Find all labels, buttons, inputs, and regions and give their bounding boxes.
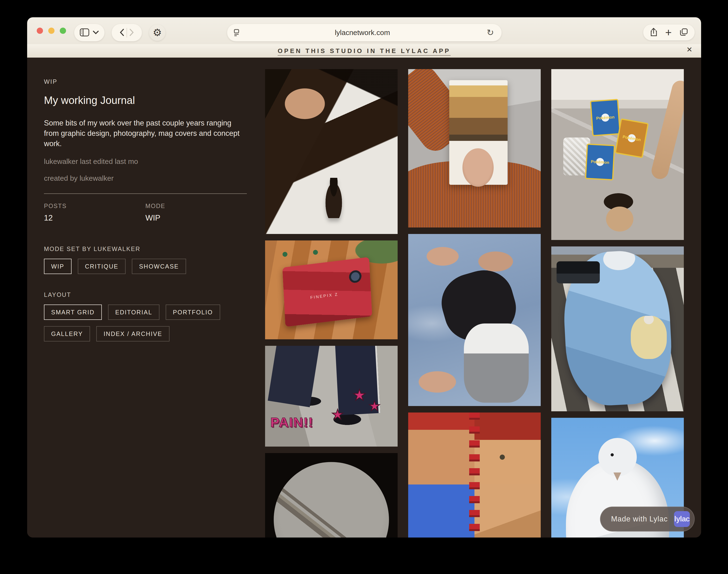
grid-column-3: Pokémon Pokémon Pokémon: [551, 69, 684, 537]
decor-beak: [613, 473, 621, 481]
post-tile-blue-monster[interactable]: [551, 246, 684, 411]
layout-option-gallery[interactable]: GALLERY: [44, 326, 90, 341]
sidebar-toggle-button[interactable]: [80, 28, 89, 37]
chevron-right-icon: [129, 29, 134, 37]
pokemon-card: Pokémon: [615, 118, 649, 158]
sidebar-chevron-button[interactable]: [93, 31, 99, 35]
mode-option-critique[interactable]: CRITIQUE: [78, 259, 125, 274]
made-with-label: Made with Lylac: [611, 515, 668, 523]
open-in-app-link[interactable]: OPEN THIS STUDIO IN THE LYLAC APP: [277, 47, 451, 55]
posts-value: 12: [44, 213, 146, 222]
stacked-squares-icon: [680, 28, 688, 37]
post-tile-miniature-self[interactable]: [265, 69, 397, 234]
grid-column-2: [408, 69, 541, 537]
app-banner: OPEN THIS STUDIO IN THE LYLAC APP ✕: [27, 44, 701, 57]
last-edited-text: lukewalker last edited last mo: [44, 157, 255, 166]
banner-close-button[interactable]: ✕: [685, 45, 694, 54]
post-tile-flipbook-collage[interactable]: [408, 412, 541, 537]
layout-option-editorial[interactable]: EDITORIAL: [108, 304, 159, 320]
mode-stat: MODE WIP: [146, 203, 247, 222]
divider: [44, 194, 247, 194]
star-icon: ★: [331, 406, 344, 422]
traffic-lights: [37, 28, 66, 34]
decor-mini-figure: [323, 178, 344, 218]
decor-quadrant: [408, 412, 474, 485]
minimize-window-button[interactable]: [48, 28, 54, 34]
post-tile-pokemon-cards[interactable]: Pokémon Pokémon Pokémon: [551, 69, 684, 240]
decor-car: [557, 261, 600, 283]
post-tile-pain-heels[interactable]: ★ ★ ★ PAIN!!: [265, 346, 397, 447]
post-tile-peephole-road[interactable]: [265, 453, 397, 537]
maximize-window-button[interactable]: [60, 28, 66, 34]
browser-toolbar: ⚙ lylacnetwork.com ↻ +: [27, 17, 701, 44]
grid-column-1: FINEPIX Z ★ ★ ★ PAIN!!: [265, 69, 397, 537]
page-title: My working Journal: [44, 94, 255, 106]
sidebar-panel-icon: [80, 28, 89, 37]
tab-overview-button[interactable]: [680, 28, 688, 37]
layout-option-index-archive[interactable]: INDEX / ARCHIVE: [96, 326, 169, 341]
chevron-down-icon: [93, 31, 99, 35]
reload-icon: ↻: [487, 28, 494, 37]
mode-option-wip[interactable]: WIP: [44, 259, 72, 274]
studio-stats: POSTS 12 MODE WIP: [44, 203, 247, 222]
close-window-button[interactable]: [37, 28, 43, 34]
sidebar-toggle-group: [74, 24, 105, 41]
share-button[interactable]: [650, 28, 657, 37]
mode-option-showcase[interactable]: SHOWCASE: [132, 259, 186, 274]
studio-page: WIP My working Journal Some bits of my w…: [27, 57, 701, 537]
decor-child: [631, 316, 667, 359]
made-with-lylac-badge[interactable]: Made with Lylac lylac: [600, 506, 695, 532]
pokemon-card: Pokémon: [585, 144, 615, 180]
navigation-group: [112, 24, 142, 41]
decor-arm: [650, 79, 684, 180]
mode-section-label: MODE SET BY LUKEWALKER: [44, 245, 255, 252]
posts-stat: POSTS 12: [44, 203, 146, 222]
decor-kid-face: [588, 189, 651, 240]
lylac-logo: lylac: [674, 511, 690, 527]
layout-option-smart-grid[interactable]: SMART GRID: [44, 304, 102, 320]
close-icon: ✕: [686, 46, 692, 53]
camera-label-text: FINEPIX Z: [310, 292, 339, 300]
chevron-left-icon: [120, 29, 124, 37]
mode-options: WIP CRITIQUE SHOWCASE: [44, 259, 260, 274]
posts-label: POSTS: [44, 203, 146, 209]
decor-face: [462, 148, 494, 187]
share-up-arrow-icon: [650, 28, 657, 37]
star-icon: ★: [369, 398, 381, 414]
desktop-background: ⚙ lylacnetwork.com ↻ +: [0, 0, 728, 574]
decor-quadrant: [474, 485, 541, 537]
divider: [126, 28, 127, 37]
pokemon-card: Pokémon: [590, 99, 621, 136]
layout-options: SMART GRID EDITORIAL PORTFOLIO GALLERY I…: [44, 304, 260, 341]
status-label: WIP: [44, 78, 255, 85]
tab-actions-group: +: [643, 25, 695, 40]
address-bar[interactable]: lylacnetwork.com ↻: [227, 24, 502, 41]
reader-page-icon: [233, 29, 240, 37]
url-text: lylacnetwork.com: [335, 29, 390, 37]
mode-value: WIP: [146, 213, 247, 222]
layout-section-label: LAYOUT: [44, 291, 255, 298]
decor-quadrant: [474, 412, 541, 485]
star-icon: ★: [352, 386, 366, 404]
post-grid: FINEPIX Z ★ ★ ★ PAIN!!: [265, 69, 684, 537]
studio-sidebar: WIP My working Journal Some bits of my w…: [44, 57, 255, 341]
gear-icon: ⚙: [153, 28, 162, 38]
decor-quadrant: [408, 485, 474, 537]
studio-description: Some bits of my work over the past coupl…: [44, 118, 245, 149]
settings-button[interactable]: ⚙: [149, 25, 165, 41]
layout-option-portfolio[interactable]: PORTFOLIO: [166, 304, 220, 320]
created-by-text: created by lukewalker: [44, 174, 255, 182]
back-button[interactable]: [120, 29, 124, 37]
decor-spiral-binding: [469, 412, 480, 537]
post-tile-magazine-hair[interactable]: [408, 69, 541, 228]
pain-caption-text: PAIN!!: [270, 414, 313, 430]
post-tile-jumpers-sky[interactable]: [408, 234, 541, 406]
browser-window: ⚙ lylacnetwork.com ↻ +: [27, 17, 701, 537]
decor-arm: [408, 69, 475, 157]
post-tile-red-camera[interactable]: FINEPIX Z: [265, 240, 397, 339]
mode-label: MODE: [146, 203, 247, 209]
forward-button[interactable]: [129, 29, 134, 37]
reload-button[interactable]: ↻: [485, 27, 495, 38]
